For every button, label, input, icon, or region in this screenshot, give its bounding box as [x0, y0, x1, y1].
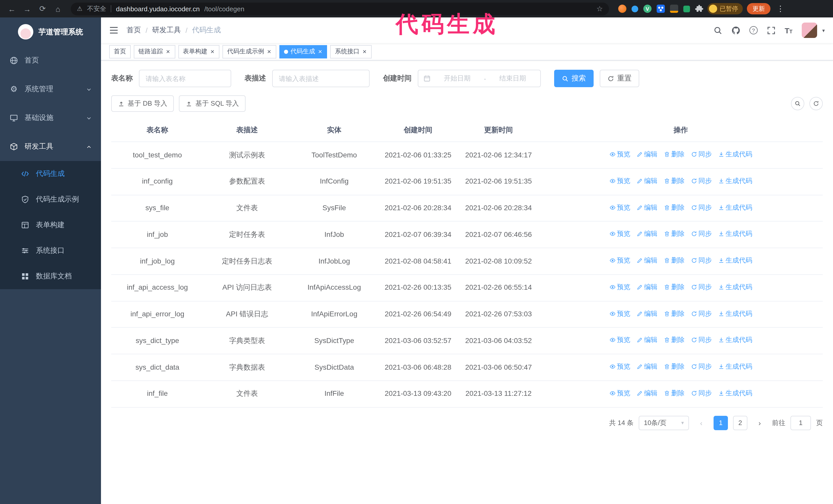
toggle-search-button[interactable] [791, 97, 804, 110]
help-icon[interactable]: ? [749, 26, 757, 34]
browser-update-button[interactable]: 更新 [747, 3, 770, 14]
app-logo[interactable]: 芋道管理系统 [0, 18, 101, 46]
tag-item[interactable]: 代码生成× [279, 45, 327, 58]
sidebar-item-api[interactable]: 系统接口 [0, 238, 101, 264]
sidebar-item-codegen-example[interactable]: 代码生成示例 [0, 187, 101, 212]
sidebar-item-codegen[interactable]: 代码生成 [0, 161, 101, 187]
extension-icon[interactable] [683, 5, 690, 12]
sidebar-item-infrastructure[interactable]: 基础设施 [0, 103, 101, 132]
generate-code-link[interactable]: 生成代码 [718, 335, 752, 345]
forward-icon[interactable]: → [22, 4, 33, 13]
preview-link[interactable]: 预览 [609, 308, 630, 319]
delete-link[interactable]: 删除 [664, 308, 685, 319]
delete-link[interactable]: 删除 [664, 202, 685, 213]
sidebar-item-devtools[interactable]: 研发工具 [0, 132, 101, 161]
generate-code-link[interactable]: 生成代码 [718, 308, 752, 319]
edit-link[interactable]: 编辑 [636, 149, 658, 160]
extension-icon[interactable] [632, 5, 638, 12]
preview-link[interactable]: 预览 [609, 176, 630, 186]
reset-button[interactable]: 重置 [600, 70, 639, 87]
close-icon[interactable]: × [210, 48, 215, 55]
vue-devtools-icon[interactable]: V [643, 5, 651, 13]
font-size-icon[interactable]: TT [785, 26, 792, 34]
goto-page-input[interactable] [790, 415, 811, 430]
refresh-table-button[interactable] [809, 97, 823, 110]
breadcrumb-devtools[interactable]: 研发工具 [152, 26, 181, 35]
preview-link[interactable]: 预览 [609, 282, 630, 292]
tag-item[interactable]: 系统接口× [330, 45, 372, 58]
sync-link[interactable]: 同步 [691, 282, 712, 292]
sync-link[interactable]: 同步 [691, 229, 712, 239]
close-icon[interactable]: × [166, 48, 170, 55]
delete-link[interactable]: 删除 [664, 282, 685, 292]
close-icon[interactable]: × [266, 48, 271, 55]
back-icon[interactable]: ← [6, 4, 18, 13]
preview-link[interactable]: 预览 [609, 361, 630, 372]
edit-link[interactable]: 编辑 [636, 255, 658, 266]
sidebar-item-form-builder[interactable]: 表单构建 [0, 212, 101, 238]
next-page-button[interactable]: › [753, 415, 767, 430]
hamburger-icon[interactable] [109, 26, 118, 35]
generate-code-link[interactable]: 生成代码 [718, 255, 752, 266]
preview-link[interactable]: 预览 [609, 202, 630, 213]
search-icon[interactable] [713, 26, 722, 34]
sync-link[interactable]: 同步 [691, 308, 712, 319]
edit-link[interactable]: 编辑 [636, 176, 658, 186]
preview-link[interactable]: 预览 [609, 149, 630, 160]
close-icon[interactable]: × [318, 48, 323, 55]
generate-code-link[interactable]: 生成代码 [718, 176, 752, 186]
github-icon[interactable] [731, 26, 740, 34]
generate-code-link[interactable]: 生成代码 [718, 202, 752, 213]
generate-code-link[interactable]: 生成代码 [718, 229, 752, 239]
sync-link[interactable]: 同步 [691, 388, 712, 399]
table-name-input[interactable] [139, 70, 231, 87]
edit-link[interactable]: 编辑 [636, 229, 658, 239]
preview-link[interactable]: 预览 [609, 255, 630, 266]
avatar-caret-icon[interactable]: ▾ [822, 27, 825, 33]
sidebar-item-home[interactable]: 首页 [0, 46, 101, 75]
sync-link[interactable]: 同步 [691, 255, 712, 266]
preview-link[interactable]: 预览 [609, 229, 630, 239]
preview-link[interactable]: 预览 [609, 335, 630, 345]
edit-link[interactable]: 编辑 [636, 308, 658, 319]
generate-code-link[interactable]: 生成代码 [718, 361, 752, 372]
fullscreen-icon[interactable] [767, 26, 775, 34]
tag-item[interactable]: 表单构建× [178, 45, 219, 58]
delete-link[interactable]: 删除 [664, 176, 685, 186]
tag-item[interactable]: 首页 [109, 45, 131, 58]
page-button-1[interactable]: 1 [714, 415, 728, 430]
home-icon[interactable]: ⌂ [52, 4, 64, 13]
delete-link[interactable]: 删除 [664, 255, 685, 266]
page-size-select[interactable]: 10条/页 ▾ [639, 415, 689, 430]
bookmark-star-icon[interactable]: ☆ [596, 5, 603, 13]
close-icon[interactable]: × [362, 48, 367, 55]
prev-page-button[interactable]: ‹ [694, 415, 709, 430]
sync-link[interactable]: 同步 [691, 335, 712, 345]
sync-link[interactable]: 同步 [691, 149, 712, 160]
profile-paused-badge[interactable]: 已暂停 [708, 3, 743, 14]
delete-link[interactable]: 删除 [664, 361, 685, 372]
sidebar-item-db-doc[interactable]: 数据库文档 [0, 264, 101, 289]
edit-link[interactable]: 编辑 [636, 361, 658, 372]
delete-link[interactable]: 删除 [664, 388, 685, 399]
delete-link[interactable]: 删除 [664, 229, 685, 239]
edit-link[interactable]: 编辑 [636, 202, 658, 213]
extension-icon[interactable] [618, 5, 626, 13]
sidebar-item-system[interactable]: ⚙ 系统管理 [0, 75, 101, 103]
extension-icon[interactable] [657, 5, 665, 13]
delete-link[interactable]: 删除 [664, 335, 685, 345]
browser-menu-icon[interactable]: ⋮ [775, 4, 786, 13]
table-desc-input[interactable] [272, 70, 370, 87]
import-db-button[interactable]: 基于 DB 导入 [111, 95, 174, 112]
user-avatar[interactable] [802, 23, 817, 38]
generate-code-link[interactable]: 生成代码 [718, 282, 752, 292]
address-bar[interactable]: ⚠ 不安全 dashboard.yudao.iocoder.cn /tool/c… [71, 2, 609, 15]
sync-link[interactable]: 同步 [691, 361, 712, 372]
page-button-2[interactable]: 2 [733, 415, 747, 430]
sync-link[interactable]: 同步 [691, 176, 712, 186]
import-sql-button[interactable]: 基于 SQL 导入 [179, 95, 246, 112]
delete-link[interactable]: 删除 [664, 149, 685, 160]
date-range-picker[interactable]: 开始日期 - 结束日期 [418, 70, 541, 87]
tag-item[interactable]: 代码生成示例× [222, 45, 276, 58]
edit-link[interactable]: 编辑 [636, 388, 658, 399]
